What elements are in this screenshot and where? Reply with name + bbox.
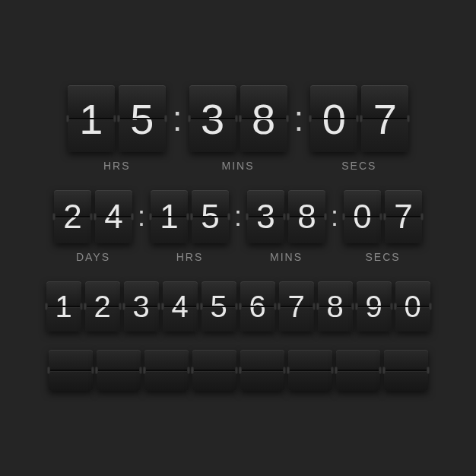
seconds-group: 0 7	[344, 190, 422, 243]
digit-strip-cards: 1 2 3 4 5 6 7 8 9 0	[46, 281, 430, 332]
blank-flip-row	[49, 350, 428, 391]
blank-flip-cards	[49, 350, 428, 391]
separator-colon: :	[291, 98, 307, 139]
flip-card-minutes-ones: 8	[240, 85, 287, 152]
flip-card-blank	[240, 350, 284, 391]
hours-group: 1 5	[151, 190, 229, 243]
flip-card-seconds-ones: 7	[385, 190, 422, 243]
separator-colon: :	[136, 201, 147, 233]
minutes-group: 3 8	[247, 190, 325, 243]
flip-card-digit: 2	[85, 281, 120, 332]
label-hours: HRS	[68, 160, 167, 172]
days-group: 2 4	[54, 190, 132, 243]
flip-card-seconds-tens: 0	[310, 85, 357, 152]
flip-card-minutes-tens: 3	[247, 190, 284, 243]
flip-card-minutes-tens: 3	[189, 85, 236, 152]
flip-card-blank	[144, 350, 189, 391]
separator-colon: :	[170, 98, 186, 139]
label-minutes: MINS	[189, 160, 287, 172]
flip-card-digit: 6	[240, 281, 275, 332]
flip-card-digit: 0	[395, 281, 430, 332]
flip-card-seconds-ones: 7	[361, 85, 408, 152]
label-seconds: SECS	[344, 251, 422, 263]
label-days: DAYS	[54, 251, 132, 263]
countdown-dhms-labels: DAYS HRS MINS SECS	[54, 251, 422, 263]
flip-card-hours-ones: 5	[192, 190, 229, 243]
flip-card-hours-tens: 1	[68, 85, 115, 152]
flip-card-blank	[336, 350, 380, 391]
separator-colon: :	[233, 201, 243, 233]
countdown-dhms-cards: 2 4 : 1 5 : 3 8 : 0 7	[54, 190, 422, 243]
flip-card-digit: 1	[46, 281, 81, 332]
seconds-group: 0 7	[310, 85, 408, 152]
label-hours: HRS	[151, 251, 229, 263]
flip-card-minutes-ones: 8	[288, 190, 325, 243]
label-seconds: SECS	[309, 160, 408, 172]
countdown-hms-cards: 1 5 : 3 8 : 0 7	[68, 85, 409, 152]
separator-colon: :	[329, 201, 340, 233]
label-minutes: MINS	[247, 251, 325, 263]
flip-card-digit: 9	[357, 281, 392, 332]
flip-card-digit: 7	[279, 281, 314, 332]
hours-group: 1 5	[68, 85, 166, 152]
flip-card-digit: 8	[318, 281, 353, 332]
flip-card-digit: 4	[163, 281, 198, 332]
flip-card-blank	[97, 350, 141, 391]
flip-card-blank	[384, 350, 428, 391]
minutes-group: 3 8	[189, 85, 287, 152]
countdown-hms: 1 5 : 3 8 : 0 7 HRS MINS SECS	[68, 85, 409, 172]
flip-card-days-tens: 2	[54, 190, 91, 243]
flip-card-days-ones: 4	[95, 190, 132, 243]
flip-card-blank	[49, 350, 93, 391]
flip-card-hours-ones: 5	[119, 85, 166, 152]
digit-strip: 1 2 3 4 5 6 7 8 9 0	[46, 281, 430, 332]
flip-card-blank	[192, 350, 236, 391]
countdown-dhms: 2 4 : 1 5 : 3 8 : 0 7 DAYS HRS	[54, 190, 422, 263]
flip-card-digit: 3	[124, 281, 159, 332]
flip-card-blank	[288, 350, 332, 391]
flip-card-seconds-tens: 0	[344, 190, 381, 243]
flip-card-digit: 5	[202, 281, 236, 332]
flip-card-hours-tens: 1	[151, 190, 188, 243]
countdown-hms-labels: HRS MINS SECS	[68, 160, 409, 172]
